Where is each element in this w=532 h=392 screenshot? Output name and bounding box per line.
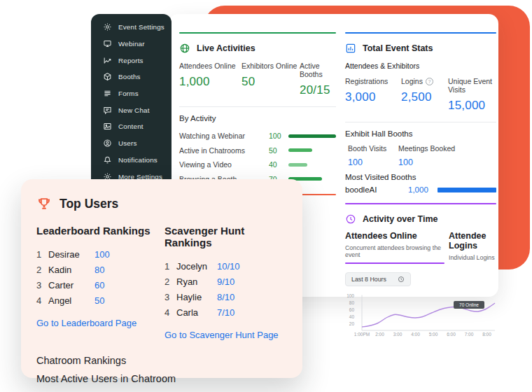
- user-name: Haylie: [176, 292, 217, 302]
- trophy-icon: [36, 196, 52, 211]
- stat-value: 3,000: [345, 90, 401, 104]
- stat-label: Unique Event Visits: [448, 77, 496, 94]
- y-axis-tick-label: 20: [345, 321, 354, 326]
- image-icon: [103, 122, 112, 131]
- top-users-title: Top Users: [59, 197, 118, 211]
- user-name: Kadin: [48, 265, 94, 275]
- rank: 3: [164, 292, 176, 302]
- activity-label: Viewing a Video: [179, 160, 269, 169]
- sidebar-item-content[interactable]: Content: [91, 118, 172, 135]
- rank: 2: [36, 265, 48, 275]
- scavenger-row: 2 Ryan 9/10: [164, 274, 287, 289]
- stat-logins: Logins? 2,500: [401, 77, 448, 113]
- sidebar-item-users[interactable]: Users: [91, 135, 172, 152]
- exhibit-hall-booths-title: Exhibit Hall Booths: [345, 130, 496, 138]
- live-activities-title: Live Activities: [197, 43, 255, 53]
- sidebar-item-reports[interactable]: Reports: [91, 52, 172, 69]
- sidebar-item-notifications[interactable]: Notifications: [91, 152, 172, 169]
- stat-value: 2,500: [401, 90, 448, 104]
- total-event-stats-title: Total Event Stats: [363, 43, 433, 53]
- stat-meetings-booked: Meetings Booked 100: [398, 144, 496, 167]
- y-axis-tick-label: 40: [345, 314, 354, 319]
- sidebar-item-event-settings[interactable]: Event Settings: [91, 19, 172, 36]
- activity-value: 50: [269, 146, 288, 155]
- activity-bar: [288, 134, 336, 138]
- stat-value: 15,000: [448, 99, 496, 113]
- scavenger-row: 4 Carla 7/10: [164, 304, 287, 320]
- globe-icon: [179, 43, 190, 54]
- user-name: Carla: [176, 307, 217, 318]
- user-circle-icon: [103, 139, 112, 148]
- x-axis-tick-label: 3:00: [393, 332, 402, 337]
- stat-label: Exhibitors Online: [241, 62, 300, 70]
- gear-icon: [103, 22, 112, 31]
- tab-attendees-online[interactable]: Attendees Online Concurrent attendees br…: [345, 231, 444, 264]
- booth-bar: [438, 188, 496, 192]
- y-axis-tick-label: 100: [345, 293, 354, 298]
- scavenger-heading: Scavenger Hunt Rankings: [164, 225, 287, 248]
- stat-label: Meetings Booked: [398, 144, 496, 153]
- score: 100: [94, 249, 110, 260]
- score: 8/10: [217, 292, 234, 302]
- leaderboard-row: 3 Carter 60: [36, 277, 164, 293]
- stat-registrations: Registrations 3,000: [345, 77, 401, 113]
- user-name: Desirae: [48, 249, 94, 260]
- dashboard-stage: Live Activities Attendees Online 1,000 E…: [0, 0, 532, 392]
- total-event-stats-section: Total Event Stats Attendees & Exhibitors…: [345, 32, 496, 339]
- stat-label: Attendees Online: [179, 62, 241, 70]
- sidebar-item-label: Booths: [118, 73, 141, 80]
- stat-label: Active Booths: [300, 62, 336, 78]
- score: 50: [94, 295, 104, 306]
- purple-section-rule: [345, 203, 496, 204]
- activity-value: 100: [269, 132, 288, 140]
- active-tab-underline: [345, 262, 444, 264]
- score: 60: [94, 280, 104, 290]
- clock-icon: [345, 214, 356, 225]
- go-to-leaderboard-link[interactable]: Go to Leaderboard Page: [36, 318, 136, 328]
- stat-exhibitors-online: Exhibitors Online 50: [241, 62, 300, 97]
- leaderboard-row: 2 Kadin 80: [36, 262, 164, 277]
- sidebar-item-forms[interactable]: Forms: [91, 85, 172, 102]
- leaderboard-row: 1 Desirae 100: [36, 246, 164, 262]
- booth-value: 1,000: [408, 186, 438, 194]
- activity-row-video: Viewing a Video 40: [179, 158, 336, 172]
- stat-unique-event-visits: Unique Event Visits 15,000: [448, 77, 496, 113]
- chart-tooltip: 70 Online: [454, 301, 484, 309]
- bar-chart-icon: [345, 43, 356, 54]
- y-axis-tick-label: 80: [345, 300, 354, 305]
- sidebar-item-webinar[interactable]: Webinar: [91, 36, 172, 52]
- scavenger-row: 3 Haylie 8/10: [164, 289, 287, 304]
- divider: [179, 106, 336, 107]
- rank: 2: [164, 276, 176, 287]
- stat-value: 100: [398, 158, 496, 167]
- trend-chart-icon: [103, 56, 112, 65]
- tab-label: Attendees Online: [345, 231, 444, 241]
- rank: 1: [164, 261, 176, 272]
- sidebar-item-label: Users: [118, 139, 137, 147]
- most-visited-booths-title: Most Visited Booths: [345, 173, 496, 181]
- tab-subtitle: Concurrent attendees browsing the event: [345, 244, 444, 258]
- score: 80: [94, 265, 104, 275]
- score: 7/10: [217, 307, 234, 318]
- x-axis-tick-label: 2:00: [375, 332, 384, 337]
- rank: 4: [164, 307, 176, 318]
- help-icon[interactable]: ?: [426, 78, 433, 85]
- activity-label: Active in Chatrooms: [179, 146, 269, 155]
- sidebar-item-new-chat[interactable]: New Chat: [91, 102, 172, 118]
- stat-value: 1,000: [179, 75, 241, 89]
- by-activity-title: By Activity: [179, 114, 336, 122]
- tab-attendee-logins[interactable]: Attendee Logins Individual Logins: [449, 231, 496, 264]
- x-axis-tick-label: 4:00: [411, 332, 420, 337]
- booth-name: boodleAI: [345, 186, 408, 194]
- score: 10/10: [217, 261, 240, 272]
- stat-value: 100: [348, 158, 398, 167]
- go-to-scavenger-hunt-link[interactable]: Go to Scavenger Hunt Page: [164, 330, 279, 340]
- cube-icon: [103, 72, 112, 81]
- time-range-dropdown[interactable]: Last 8 Hours: [345, 272, 411, 286]
- rank: 3: [36, 280, 48, 290]
- activity-over-time-title: Activity over Time: [363, 214, 438, 224]
- activity-bar: [288, 148, 312, 152]
- sidebar-item-label: Forms: [118, 90, 139, 97]
- rank: 1: [36, 249, 48, 260]
- sidebar-item-booths[interactable]: Booths: [91, 69, 172, 85]
